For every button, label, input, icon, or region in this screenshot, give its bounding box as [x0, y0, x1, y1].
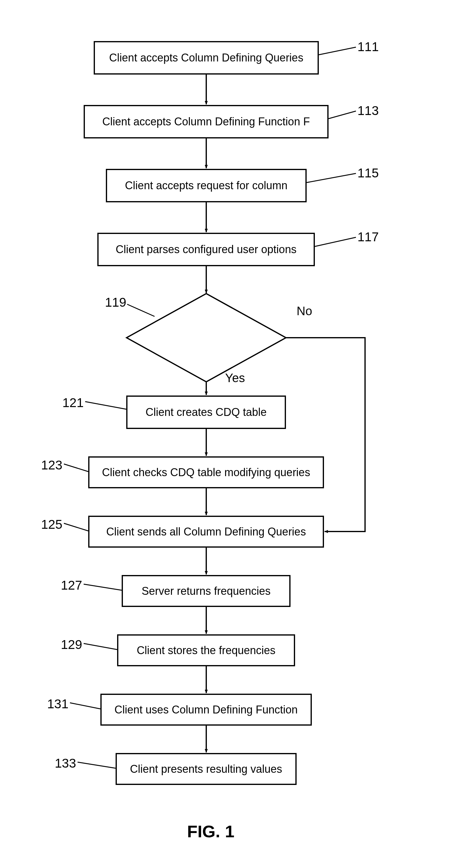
- node-129: Client stores the frequencies: [117, 634, 295, 666]
- label-no: No: [297, 304, 312, 318]
- figure-caption: FIG. 1: [187, 822, 235, 841]
- ref-121: 121: [62, 396, 84, 410]
- ref-117: 117: [358, 230, 379, 244]
- ref-123: 123: [41, 458, 62, 472]
- node-121: Client creates CDQ table: [126, 396, 286, 429]
- node-133: Client presents resulting values: [116, 753, 297, 785]
- node-115: Client accepts request for column: [106, 169, 307, 202]
- svg-line-13: [329, 111, 356, 119]
- ref-133: 133: [55, 756, 76, 771]
- node-123: Client checks CDQ table modifying querie…: [88, 456, 324, 488]
- node-117-text: Client parses configured user options: [116, 243, 296, 256]
- svg-line-21: [84, 644, 117, 650]
- svg-line-16: [127, 304, 155, 316]
- svg-line-14: [307, 174, 356, 183]
- node-115-text: Client accepts request for column: [125, 179, 287, 192]
- node-117: Client parses configured user options: [97, 233, 315, 266]
- ref-131: 131: [47, 697, 68, 711]
- svg-line-18: [64, 464, 88, 472]
- ref-127: 127: [61, 578, 82, 593]
- ref-113: 113: [358, 103, 379, 118]
- ref-115: 115: [358, 166, 379, 180]
- node-125: Client sends all Column Defining Queries: [88, 516, 324, 548]
- ref-111: 111: [358, 39, 379, 54]
- ref-119: 119: [105, 295, 126, 310]
- node-113: Client accepts Column Defining Function …: [84, 105, 329, 138]
- node-125-text: Client sends all Column Defining Queries: [106, 525, 306, 538]
- svg-line-23: [78, 762, 116, 768]
- node-127-text: Server returns frequencies: [142, 584, 270, 597]
- svg-line-17: [85, 402, 126, 409]
- svg-line-15: [315, 237, 356, 246]
- node-119-text: Query is imposed: [161, 331, 252, 344]
- svg-line-19: [64, 523, 88, 531]
- node-127: Server returns frequencies: [122, 575, 291, 607]
- svg-line-22: [70, 703, 100, 709]
- node-113-text: Client accepts Column Defining Function …: [102, 115, 310, 128]
- node-121-text: Client creates CDQ table: [145, 406, 267, 418]
- node-111-text: Client accepts Column Defining Queries: [109, 51, 303, 64]
- node-131-text: Client uses Column Defining Function: [114, 703, 298, 716]
- node-119-inner: Query is imposed: [164, 331, 249, 343]
- ref-125: 125: [41, 517, 62, 532]
- node-131: Client uses Column Defining Function: [100, 694, 312, 725]
- node-123-text: Client checks CDQ table modifying querie…: [102, 466, 310, 479]
- node-129-text: Client stores the frequencies: [136, 644, 275, 657]
- svg-line-12: [319, 47, 356, 55]
- label-yes: Yes: [225, 371, 245, 385]
- node-111: Client accepts Column Defining Queries: [94, 41, 319, 74]
- flowchart-page: Client accepts Column Defining Queries C…: [0, 0, 456, 868]
- ref-129: 129: [61, 638, 82, 652]
- svg-line-20: [84, 584, 122, 590]
- node-133-text: Client presents resulting values: [130, 763, 282, 776]
